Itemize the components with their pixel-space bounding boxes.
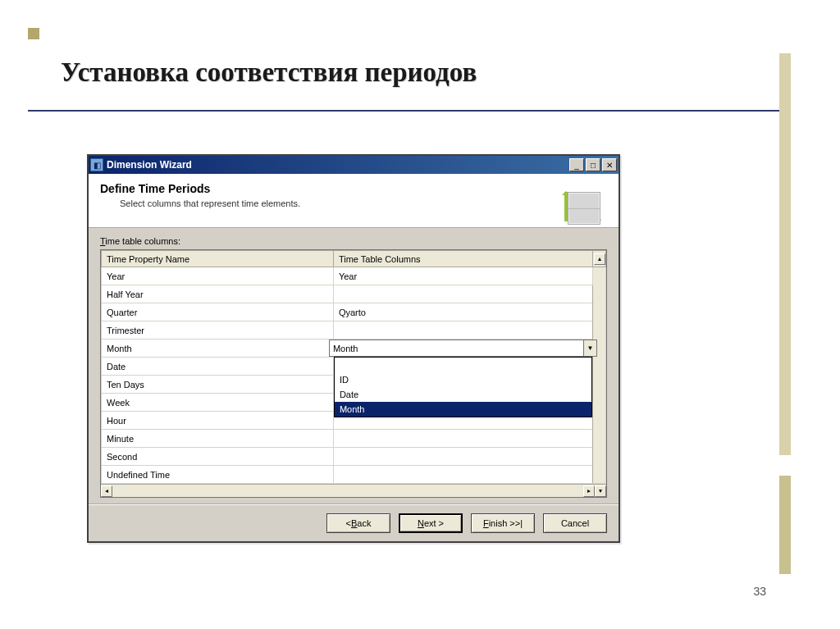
scrollbar-track[interactable] [593, 267, 606, 484]
slide-accent-right [779, 476, 791, 574]
cell-name: Trimester [102, 321, 334, 340]
col-header-name[interactable]: Time Property Name [102, 251, 334, 267]
combo-option[interactable]: ID [335, 372, 591, 387]
cell-col[interactable]: Month ▼ ID Date Month [333, 340, 592, 358]
header-graphic [553, 179, 610, 225]
scroll-down-button[interactable]: ▾ [595, 485, 606, 497]
minimize-button[interactable]: _ [569, 158, 584, 171]
cell-col[interactable] [333, 448, 592, 466]
combo-value: Month [330, 344, 583, 353]
wizard-footer: < Back Next > Finish >>| Cancel [89, 504, 619, 541]
cell-name: Minute [102, 430, 334, 448]
table-row[interactable]: Second [102, 448, 606, 466]
cell-col[interactable]: Qyarto [333, 303, 592, 321]
cell-name: Date [102, 358, 334, 376]
cell-col[interactable] [333, 430, 592, 448]
wizard-body: Time table columns: Time Property Name T… [89, 228, 619, 504]
slide-accent [28, 28, 39, 39]
window-title: Dimension Wizard [107, 159, 569, 171]
table-row[interactable]: Minute [102, 430, 606, 448]
combo-option-selected[interactable]: Month [335, 402, 591, 417]
grid: Time Property Name Time Table Columns ▴ … [100, 249, 607, 498]
header-title: Define Time Periods [100, 182, 607, 195]
scroll-up-button[interactable]: ▴ [593, 251, 606, 267]
maximize-button[interactable]: □ [586, 158, 600, 171]
cell-name: Second [102, 448, 334, 466]
cell-name: Year [102, 267, 334, 285]
month-combo[interactable]: Month ▼ [329, 340, 597, 357]
wizard-header: Define Time Periods Select columns that … [89, 174, 619, 228]
close-button[interactable]: ✕ [602, 158, 617, 171]
combo-dropdown: ID Date Month [334, 357, 592, 417]
cell-name: Ten Days [102, 376, 334, 394]
chevron-down-icon[interactable]: ▼ [583, 340, 596, 356]
header-subtitle: Select columns that represent time eleme… [120, 198, 607, 208]
col-header-columns[interactable]: Time Table Columns [333, 251, 592, 267]
combo-option[interactable]: Date [335, 387, 591, 402]
cell-name: Month [102, 340, 334, 358]
table-row[interactable]: Year Year [102, 267, 606, 285]
combo-option[interactable] [335, 358, 591, 372]
cell-col[interactable] [333, 466, 592, 484]
cell-name: Undefined Time [102, 466, 334, 484]
scroll-right-button[interactable]: ▸ [583, 485, 595, 497]
cell-name: Week [102, 394, 334, 412]
table-row[interactable]: Month Month ▼ ID Date Month [102, 340, 606, 358]
table-row[interactable]: Undefined Time [102, 466, 606, 484]
app-icon: ◧ [90, 158, 103, 171]
table-row[interactable]: Trimester [102, 321, 606, 340]
horizontal-scrollbar[interactable]: ◂ ▸ ▾ [101, 484, 606, 497]
cell-col[interactable] [333, 321, 592, 340]
wizard-window: ◧ Dimension Wizard _ □ ✕ Define Time Per… [87, 154, 620, 543]
cell-name: Half Year [102, 285, 334, 303]
table-row[interactable]: Half Year [102, 285, 606, 303]
table-label: Time table columns: [100, 236, 607, 246]
cancel-button[interactable]: Cancel [543, 513, 607, 533]
table-row[interactable]: Quarter Qyarto [102, 303, 606, 321]
titlebar[interactable]: ◧ Dimension Wizard _ □ ✕ [89, 156, 619, 174]
scroll-left-button[interactable]: ◂ [101, 485, 112, 497]
next-button[interactable]: Next > [399, 513, 463, 533]
back-button[interactable]: < Back [326, 513, 390, 533]
slide-divider [28, 110, 779, 112]
finish-button[interactable]: Finish >>| [471, 513, 535, 533]
slide-accent-right [779, 53, 791, 455]
slide-title: Установка соответствия периодов [61, 57, 477, 88]
page-number: 33 [753, 585, 766, 598]
cell-col[interactable]: Year [333, 267, 592, 285]
cell-name: Quarter [102, 303, 334, 321]
cell-col[interactable] [333, 285, 592, 303]
cell-name: Hour [102, 412, 334, 430]
